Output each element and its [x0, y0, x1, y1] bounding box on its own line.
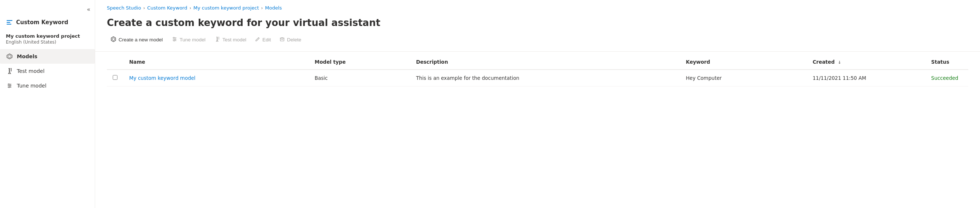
svg-rect-1	[6, 22, 10, 23]
create-model-icon	[110, 36, 116, 43]
page-title: Create a custom keyword for your virtual…	[95, 14, 980, 34]
table-body: My custom keyword model Basic This is an…	[107, 70, 968, 86]
col-header-check	[107, 54, 123, 70]
sidebar-item-models[interactable]: Models	[0, 49, 95, 64]
test-model-button[interactable]: Test model	[211, 34, 250, 45]
breadcrumb-models[interactable]: Models	[265, 5, 282, 11]
edit-label: Edit	[262, 37, 271, 43]
project-name: My custom keyword project	[0, 30, 95, 40]
sidebar-test-model-label: Test model	[17, 68, 45, 74]
sidebar-tune-model-label: Tune model	[17, 83, 46, 89]
sidebar-item-tune-model[interactable]: Tune model	[0, 78, 95, 93]
breadcrumb-sep-3: ›	[261, 5, 263, 11]
table-row: My custom keyword model Basic This is an…	[107, 70, 968, 86]
test-model-toolbar-icon	[215, 36, 220, 43]
delete-button[interactable]: Delete	[276, 34, 305, 45]
svg-point-18	[173, 40, 175, 42]
col-header-created[interactable]: Created ↓	[807, 54, 926, 70]
svg-rect-2	[6, 24, 11, 24]
col-header-description[interactable]: Description	[410, 54, 680, 70]
status-badge: Succeeded	[931, 75, 958, 81]
create-model-button[interactable]: Create a new model	[107, 34, 167, 45]
row-description-cell: This is an example for the documentation	[410, 70, 680, 86]
models-table: Name Model type Description Keyword Crea…	[107, 54, 968, 86]
breadcrumb: Speech Studio › Custom Keyword › My cust…	[95, 0, 980, 14]
models-table-container: Name Model type Description Keyword Crea…	[95, 52, 980, 86]
col-header-name[interactable]: Name	[123, 54, 309, 70]
row-status-cell: Succeeded	[926, 70, 968, 86]
create-model-label: Create a new model	[119, 37, 163, 43]
row-keyword-cell: Hey Computer	[680, 70, 807, 86]
row-name-cell: My custom keyword model	[123, 70, 309, 86]
sidebar-title: Custom Keyword	[16, 19, 68, 26]
col-header-keyword[interactable]: Keyword	[680, 54, 807, 70]
tune-model-toolbar-icon	[172, 36, 178, 43]
svg-marker-11	[111, 37, 116, 42]
delete-icon	[280, 37, 285, 43]
svg-marker-12	[112, 38, 115, 41]
custom-keyword-icon	[6, 19, 13, 26]
collapse-icon: «	[87, 6, 91, 13]
col-header-model-type[interactable]: Model type	[309, 54, 410, 70]
row-checkbox-cell	[107, 70, 123, 86]
svg-point-8	[8, 84, 10, 85]
breadcrumb-project[interactable]: My custom keyword project	[194, 5, 259, 11]
breadcrumb-speech-studio[interactable]: Speech Studio	[107, 5, 141, 11]
test-model-toolbar-label: Test model	[223, 37, 246, 43]
breadcrumb-custom-keyword[interactable]: Custom Keyword	[147, 5, 187, 11]
edit-button[interactable]: Edit	[251, 34, 274, 45]
col-header-status[interactable]: Status	[926, 54, 968, 70]
sidebar-item-test-model[interactable]: Test model	[0, 64, 95, 78]
sidebar-logo-row: Custom Keyword	[0, 16, 95, 30]
svg-marker-3	[7, 54, 12, 59]
delete-label: Delete	[287, 37, 301, 43]
test-model-icon	[6, 67, 13, 75]
model-name-link[interactable]: My custom keyword model	[129, 75, 196, 81]
edit-icon	[255, 37, 260, 43]
svg-point-16	[173, 37, 174, 38]
svg-point-17	[175, 39, 176, 40]
svg-marker-4	[8, 55, 11, 58]
table-header: Name Model type Description Keyword Crea…	[107, 54, 968, 70]
row-created-cell: 11/11/2021 11:50 AM	[807, 70, 926, 86]
row-checkbox[interactable]	[113, 75, 118, 80]
tune-model-button[interactable]: Tune model	[168, 34, 209, 45]
svg-point-9	[10, 85, 11, 86]
sidebar: « Custom Keyword My custom keyword proje…	[0, 0, 95, 208]
row-type-cell: Basic	[309, 70, 410, 86]
main-content: Speech Studio › Custom Keyword › My cust…	[95, 0, 980, 208]
project-locale: English (United States)	[0, 40, 95, 49]
sidebar-nav: Models Test model	[0, 49, 95, 93]
tune-model-toolbar-label: Tune model	[180, 37, 206, 43]
models-icon	[6, 53, 13, 60]
tune-model-icon	[6, 82, 13, 90]
svg-point-10	[9, 87, 10, 88]
svg-rect-0	[6, 20, 13, 21]
sort-icon-created: ↓	[838, 60, 841, 65]
breadcrumb-sep-2: ›	[189, 5, 191, 11]
breadcrumb-sep-1: ›	[143, 5, 145, 11]
toolbar: Create a new model Tune model	[95, 34, 980, 52]
sidebar-models-label: Models	[17, 53, 37, 59]
collapse-button[interactable]: «	[0, 3, 95, 16]
